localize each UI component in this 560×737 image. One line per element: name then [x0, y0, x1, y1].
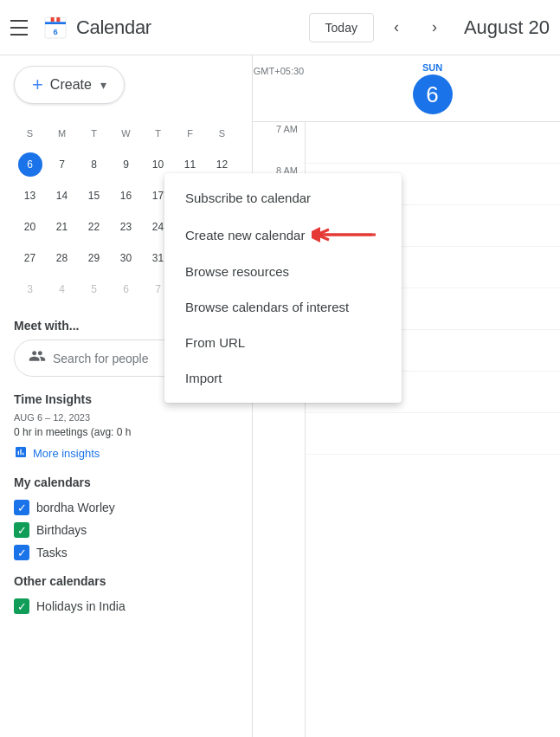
mini-cal-day[interactable]: 3 — [14, 274, 46, 305]
mini-cal-day[interactable]: 6 — [110, 274, 142, 305]
app-title: Calendar — [76, 16, 151, 39]
svg-rect-3 — [56, 17, 60, 22]
mini-cal-day[interactable]: 4 — [46, 274, 78, 305]
svg-rect-4 — [45, 22, 66, 24]
arrow-annotation — [312, 226, 381, 243]
cal-checkbox-tasks: ✓ — [14, 545, 29, 560]
mini-cal-day[interactable]: 20 — [14, 211, 46, 242]
check-icon-4: ✓ — [17, 600, 27, 613]
day-header: GMT+05:30 SUN 6 — [253, 55, 560, 122]
my-calendars-section: My calendars ✓ bordha Worley ✓ Birthdays… — [14, 475, 238, 564]
search-people-placeholder: Search for people — [53, 352, 149, 365]
weekday-header-t2: T — [142, 118, 174, 149]
menu-item-browse-calendars[interactable]: Browse calendars of interest — [164, 289, 402, 325]
mini-cal-day[interactable]: 21 — [46, 211, 78, 242]
svg-rect-2 — [51, 17, 55, 22]
weekday-header-f: F — [174, 118, 206, 149]
other-calendars-section: Other calendars ✓ Holidays in India — [14, 574, 238, 617]
cal-name-bordha: bordha Worley — [36, 501, 115, 514]
hamburger-menu[interactable] — [10, 17, 31, 38]
menu-item-import[interactable]: Import — [164, 360, 402, 396]
mini-cal-day[interactable]: 7 — [46, 149, 78, 180]
calendar-item-birthdays[interactable]: ✓ Birthdays — [14, 519, 238, 541]
cal-checkbox-holidays: ✓ — [14, 598, 29, 614]
create-chevron-icon: ▾ — [100, 78, 106, 92]
top-bar: 6 Calendar Today ‹ › August 20 — [0, 0, 560, 55]
mini-cal-day[interactable]: 9 — [110, 149, 142, 180]
nav-controls: Today ‹ › August 20 — [309, 12, 550, 43]
insights-hours: 0 hr in meetings (avg: 0 h — [14, 426, 238, 438]
menu-label-create-new: Create new calendar — [185, 228, 305, 242]
mini-cal-day[interactable]: 15 — [78, 180, 110, 211]
time-slot-7am: 7 AM — [253, 122, 305, 164]
svg-text:6: 6 — [53, 28, 57, 36]
day-column-header: SUN 6 — [305, 62, 560, 114]
check-icon-3: ✓ — [17, 546, 27, 559]
calendar-item-bordha[interactable]: ✓ bordha Worley — [14, 496, 238, 519]
mini-cal-day[interactable]: 6 — [14, 149, 46, 180]
cal-checkbox-birthdays: ✓ — [14, 522, 29, 538]
mini-cal-day[interactable]: 28 — [46, 242, 78, 274]
mini-cal-day[interactable]: 30 — [110, 242, 142, 274]
mini-cal-day[interactable]: 29 — [78, 242, 110, 274]
cal-name-holidays: Holidays in India — [36, 599, 126, 613]
weekday-header-t1: T — [78, 118, 110, 149]
calendar-item-holidays[interactable]: ✓ Holidays in India — [14, 595, 238, 617]
other-calendars-label: Other calendars — [14, 574, 238, 588]
day-weekday: SUN — [422, 62, 442, 73]
cal-name-tasks: Tasks — [36, 546, 68, 559]
weekday-header-w: W — [110, 118, 142, 149]
weekday-header-s2: S — [206, 118, 238, 149]
people-icon — [29, 347, 46, 369]
weekday-header-m: M — [46, 118, 78, 149]
create-label: Create — [50, 77, 92, 93]
time-insights-title: Time Insights — [14, 392, 92, 406]
menu-item-subscribe[interactable]: Subscribe to calendar — [164, 180, 402, 216]
mini-cal-day[interactable]: 22 — [78, 211, 110, 242]
insights-date: AUG 6 – 12, 2023 — [14, 412, 238, 423]
google-calendar-logo: 6 — [42, 14, 69, 42]
day-number: 6 — [413, 74, 453, 114]
mini-cal-day[interactable]: 27 — [14, 242, 46, 274]
hour-line-1 — [306, 122, 560, 164]
timezone-label: GMT+05:30 — [253, 62, 305, 114]
calendar-item-tasks[interactable]: ✓ Tasks — [14, 541, 238, 564]
create-plus-icon: + — [32, 75, 43, 94]
my-calendars-label: My calendars — [14, 475, 238, 489]
mini-cal-day[interactable]: 8 — [78, 149, 110, 180]
prev-arrow[interactable]: ‹ — [381, 12, 412, 43]
cal-name-birthdays: Birthdays — [36, 523, 87, 537]
hour-line-8 — [306, 413, 560, 455]
check-icon-2: ✓ — [17, 524, 27, 537]
more-insights-button[interactable]: More insights — [14, 445, 100, 462]
month-title: August 20 — [464, 16, 550, 39]
next-arrow[interactable]: › — [419, 12, 450, 43]
check-icon: ✓ — [17, 501, 27, 514]
mini-cal-day[interactable]: 13 — [14, 180, 46, 211]
dropdown-menu: Subscribe to calendar Create new calenda… — [164, 173, 402, 403]
create-button[interactable]: + Create ▾ — [14, 66, 125, 104]
insights-icon — [14, 445, 28, 462]
more-insights-label: More insights — [33, 447, 100, 460]
menu-item-create-new[interactable]: Create new calendar — [164, 216, 402, 254]
time-slot-empty3 — [253, 413, 305, 455]
today-button[interactable]: Today — [309, 13, 374, 42]
cal-checkbox-bordha: ✓ — [14, 500, 29, 515]
mini-cal-day[interactable]: 14 — [46, 180, 78, 211]
menu-item-browse-resources[interactable]: Browse resources — [164, 254, 402, 289]
mini-cal-day[interactable]: 23 — [110, 211, 142, 242]
logo-container: 6 Calendar — [42, 14, 151, 42]
mini-cal-day[interactable]: 16 — [110, 180, 142, 211]
weekday-header-s1: S — [14, 118, 46, 149]
mini-cal-day[interactable]: 5 — [78, 274, 110, 305]
menu-item-from-url[interactable]: From URL — [164, 325, 402, 360]
